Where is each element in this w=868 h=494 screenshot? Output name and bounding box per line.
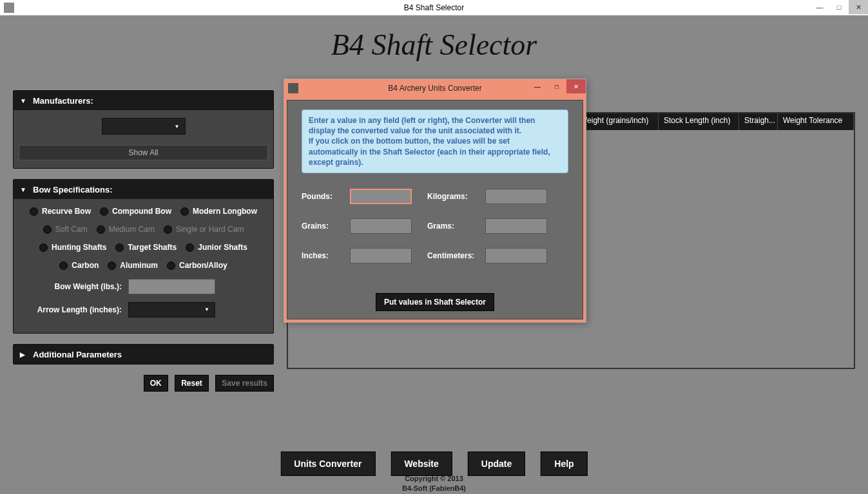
dialog-titlebar[interactable]: B4 Archery Units Converter — □ ✕: [284, 79, 586, 97]
target-radio[interactable]: Target Shafts: [115, 243, 177, 252]
radio-icon: [186, 243, 194, 252]
radio-icon: [97, 225, 105, 234]
inches-input[interactable]: [350, 248, 412, 263]
bow-specs-body: Recurve Bow Compound Bow Modern Longbow …: [14, 199, 273, 333]
radio-icon: [100, 207, 108, 216]
bow-specs-title: Bow Specifications:: [33, 185, 113, 195]
alloy-radio[interactable]: Carbon/Alloy: [167, 261, 227, 270]
additional-params-title: Additional Parameters: [33, 350, 122, 359]
bow-specs-header[interactable]: ▼ Bow Specifications:: [14, 180, 273, 199]
copyright: Copyright © 2013 B4-Soft (FabienB4): [402, 474, 466, 493]
hunting-radio[interactable]: Hunting Shafts: [39, 243, 106, 252]
radio-icon: [115, 243, 124, 252]
arrow-length-dropdown[interactable]: ▼: [128, 302, 215, 318]
col-weight[interactable]: Weight (grains/inch): [575, 113, 659, 130]
aluminum-radio[interactable]: Aluminum: [108, 261, 158, 270]
bow-weight-label: Bow Weight (lbs.):: [19, 282, 128, 291]
dialog-maximize-button[interactable]: □: [547, 79, 566, 93]
grams-label: Grams:: [427, 222, 485, 231]
caret-right-icon: ▶: [20, 351, 28, 358]
pounds-input[interactable]: [350, 189, 412, 204]
col-straightness[interactable]: Straigh...: [739, 113, 778, 130]
copyright-line1: Copyright © 2013: [402, 474, 466, 483]
grams-input[interactable]: [485, 218, 547, 234]
update-button[interactable]: Update: [468, 451, 525, 476]
centimeters-input[interactable]: [485, 248, 547, 263]
bow-weight-input[interactable]: [128, 279, 215, 294]
close-button[interactable]: ✕: [849, 0, 868, 14]
longbow-radio[interactable]: Modern Longbow: [180, 207, 257, 216]
inches-cm-row: Inches: Centimeters:: [302, 248, 568, 263]
manufacturer-dropdown[interactable]: ▼: [102, 118, 186, 135]
sidebar-actions: OK Reset Save results: [13, 375, 274, 392]
window-controls: — □ ✕: [810, 0, 868, 14]
show-all-button[interactable]: Show All: [19, 145, 268, 160]
soft-cam-radio[interactable]: Soft Cam: [43, 225, 88, 234]
info-line2: If you click on the bottom button, the v…: [309, 136, 561, 167]
manufacturers-title: Manufacturers:: [33, 96, 93, 106]
dialog-minimize-button[interactable]: —: [528, 79, 547, 93]
dialog-app-icon: [288, 83, 298, 93]
put-values-button[interactable]: Put values in Shaft Selector: [376, 293, 494, 311]
additional-params-header[interactable]: ▶ Additional Parameters: [14, 345, 273, 364]
grains-label: Grains:: [302, 222, 350, 231]
junior-radio[interactable]: Junior Shafts: [186, 243, 247, 252]
medium-cam-radio[interactable]: Medium Cam: [97, 225, 155, 234]
help-button[interactable]: Help: [541, 451, 587, 476]
radio-icon: [43, 225, 52, 234]
shaft-type-row: Hunting Shafts Target Shafts Junior Shaf…: [19, 243, 268, 252]
minimize-button[interactable]: —: [810, 0, 829, 14]
col-tolerance[interactable]: Weight Tolerance: [778, 113, 854, 130]
carbon-radio[interactable]: Carbon: [59, 261, 99, 270]
info-line1: Enter a value in any field (left or righ…: [309, 115, 561, 136]
manufacturers-header[interactable]: ▼ Manufacturers:: [14, 91, 273, 110]
grains-input[interactable]: [350, 218, 412, 234]
grains-grams-row: Grains: Grams:: [302, 218, 568, 234]
recurve-radio[interactable]: Recurve Bow: [30, 207, 91, 216]
col-stock[interactable]: Stock Length (inch): [659, 113, 739, 130]
arrow-length-row: Arrow Length (inches): ▼: [19, 302, 268, 318]
arrow-length-label: Arrow Length (inches):: [19, 305, 128, 314]
additional-params-panel: ▶ Additional Parameters: [13, 344, 274, 365]
ok-button[interactable]: OK: [144, 375, 168, 392]
units-converter-button[interactable]: Units Converter: [280, 451, 375, 476]
radio-icon: [180, 207, 189, 216]
left-column: ▼ Manufacturers: ▼ Show All ▼ Bow Specif…: [13, 90, 274, 392]
radio-icon: [39, 243, 48, 252]
info-box: Enter a value in any field (left or righ…: [302, 109, 568, 173]
kilograms-label: Kilograms:: [427, 192, 485, 201]
maximize-button[interactable]: □: [829, 0, 849, 14]
bow-weight-row: Bow Weight (lbs.):: [19, 279, 268, 294]
radio-icon: [167, 261, 175, 270]
dialog-action-row: Put values in Shaft Selector: [302, 296, 568, 307]
chevron-down-icon: ▼: [204, 307, 209, 312]
compound-radio[interactable]: Compound Bow: [100, 207, 171, 216]
bow-type-row: Recurve Bow Compound Bow Modern Longbow: [19, 207, 268, 216]
units-converter-dialog: B4 Archery Units Converter — □ ✕ Enter a…: [284, 79, 586, 323]
centimeters-label: Centimeters:: [427, 251, 485, 260]
save-results-button[interactable]: Save results: [215, 375, 274, 392]
caret-down-icon: ▼: [20, 97, 28, 104]
material-row: Carbon Aluminum Carbon/Alloy: [19, 261, 268, 270]
app-icon: [4, 3, 14, 13]
radio-icon: [30, 207, 38, 216]
dialog-title: B4 Archery Units Converter: [388, 84, 481, 93]
window-title: B4 Shaft Selector: [404, 3, 464, 12]
main-titlebar: B4 Shaft Selector — □ ✕: [0, 0, 868, 15]
reset-button[interactable]: Reset: [175, 375, 209, 392]
kilograms-input[interactable]: [485, 189, 547, 204]
app-logo: B4 Shaft Selector: [5, 21, 863, 65]
cam-type-row: Soft Cam Medium Cam Single or Hard Cam: [19, 225, 268, 234]
hard-cam-radio[interactable]: Single or Hard Cam: [164, 225, 244, 234]
radio-icon: [108, 261, 116, 270]
pounds-kilograms-row: Pounds: Kilograms:: [302, 189, 568, 204]
pounds-label: Pounds:: [302, 192, 350, 201]
dialog-window-controls: — □ ✕: [528, 79, 586, 93]
radio-icon: [59, 261, 68, 270]
dialog-body: Enter a value in any field (left or righ…: [287, 100, 583, 319]
copyright-line2: B4-Soft (FabienB4): [402, 484, 466, 493]
dialog-close-button[interactable]: ✕: [566, 79, 586, 93]
manufacturers-body: ▼ Show All: [14, 110, 273, 168]
bottom-button-row: Units Converter Website Update Help: [280, 451, 587, 476]
website-button[interactable]: Website: [391, 451, 452, 476]
